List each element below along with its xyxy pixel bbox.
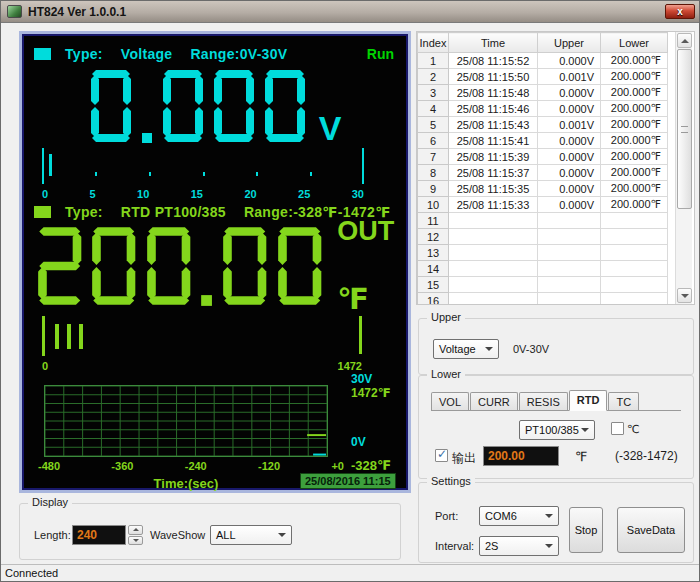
tab-tc[interactable]: TC <box>608 392 639 410</box>
lower-scale-min: 0 <box>42 360 48 372</box>
lower-value-bar <box>67 324 71 349</box>
stop-button[interactable]: Stop <box>569 507 603 553</box>
spin-down-icon[interactable] <box>128 536 143 546</box>
upper-sevenseg-value <box>89 68 307 144</box>
upper-range-value: 0V-30V <box>240 46 288 62</box>
dropdown-arrow-icon <box>581 428 589 436</box>
log-table-grid: Index Time Upper Lower 125/08 11:15:520.… <box>417 32 668 305</box>
scrollbar-thumb[interactable] <box>677 49 692 209</box>
tab-vol[interactable]: VOL <box>431 392 469 410</box>
table-row[interactable]: 925/08 11:15:350.000V200.000℉ <box>418 181 668 197</box>
lower-scale-marks <box>42 316 362 358</box>
table-row[interactable]: 725/08 11:15:390.000V200.000℉ <box>418 149 668 165</box>
lower-group: Lower VOL CURR RESIS RTD TC PT100/385 ℃ … <box>418 375 694 479</box>
tick-label: -480 <box>38 460 60 472</box>
table-cell: 12 <box>418 229 449 245</box>
table-cell: 2 <box>418 69 449 85</box>
table-row[interactable]: 625/08 11:15:410.000V200.000℉ <box>418 133 668 149</box>
col-header-index[interactable]: Index <box>418 33 449 53</box>
table-cell <box>601 293 668 306</box>
tab-resis[interactable]: RESIS <box>519 392 568 410</box>
celsius-checkbox[interactable] <box>611 422 624 435</box>
table-cell: 7 <box>418 149 449 165</box>
lower-tabs: VOL CURR RESIS RTD TC <box>431 390 681 411</box>
table-row[interactable]: 525/08 11:15:430.001V200.000℉ <box>418 117 668 133</box>
sensor-select[interactable]: PT100/385 <box>519 420 595 440</box>
table-cell <box>601 277 668 293</box>
col-header-lower[interactable]: Lower <box>601 33 668 53</box>
output-label: 输出 <box>452 450 476 467</box>
upper-value-bar <box>49 154 52 176</box>
timestamp-badge: 25/08/2016 11:15 <box>300 473 396 489</box>
table-cell: 0.000V <box>538 101 601 117</box>
sensor-value: PT100/385 <box>525 424 579 436</box>
table-cell: 0.000V <box>538 133 601 149</box>
table-cell <box>601 213 668 229</box>
table-row[interactable]: 425/08 11:15:460.000V200.000℉ <box>418 101 668 117</box>
scale-tick <box>42 148 44 184</box>
table-row[interactable]: 16 <box>418 293 668 306</box>
title-bar[interactable]: HT824 Ver 1.0.0.1 x <box>1 1 699 23</box>
table-cell <box>449 245 538 261</box>
tab-curr[interactable]: CURR <box>470 392 518 410</box>
table-row[interactable]: 225/08 11:15:500.001V200.000℉ <box>418 69 668 85</box>
scroll-up-icon[interactable] <box>677 33 692 48</box>
display-group-label: Display <box>28 496 72 508</box>
table-cell <box>538 277 601 293</box>
table-cell <box>538 261 601 277</box>
table-row[interactable]: 125/08 11:15:520.000V200.000℉ <box>418 53 668 69</box>
table-cell: 0.001V <box>538 69 601 85</box>
table-row[interactable]: 14 <box>418 261 668 277</box>
length-label: Length: <box>34 529 71 541</box>
waveshow-select[interactable]: ALL <box>210 525 292 545</box>
scroll-down-icon[interactable] <box>677 288 692 303</box>
settings-group-label: Settings <box>427 475 475 487</box>
table-cell: 200.000℉ <box>601 197 668 213</box>
graph-ymax-upper: 30V <box>351 372 372 386</box>
table-cell: 0.000V <box>538 53 601 69</box>
lower-group-label: Lower <box>427 368 465 380</box>
interval-select[interactable]: 2S <box>479 536 559 556</box>
lcd-display-panel: Type: Voltage Range:0V-30V Run V <box>19 31 411 493</box>
col-header-time[interactable]: Time <box>449 33 538 53</box>
table-cell: 25/08 11:15:46 <box>449 101 538 117</box>
upper-scale-labels: 051015202530 <box>42 188 364 200</box>
output-value-input[interactable]: 200.00 <box>483 446 559 466</box>
grid-lines <box>45 386 327 456</box>
close-button[interactable]: x <box>665 4 695 19</box>
lower-type-label: Type: <box>65 204 103 220</box>
table-cell: 14 <box>418 261 449 277</box>
length-input[interactable]: 240 <box>72 525 126 545</box>
output-checkbox[interactable] <box>435 449 448 462</box>
length-spinner[interactable] <box>128 525 143 545</box>
tick-label: 10 <box>137 188 149 200</box>
scale-dot <box>95 172 97 176</box>
table-cell: 25/08 11:15:41 <box>449 133 538 149</box>
table-scrollbar[interactable] <box>675 32 692 304</box>
upper-mode-select[interactable]: Voltage <box>433 339 499 359</box>
table-cell: 9 <box>418 181 449 197</box>
table-cell <box>449 229 538 245</box>
table-cell: 6 <box>418 133 449 149</box>
table-cell: 25/08 11:15:37 <box>449 165 538 181</box>
table-row[interactable]: 325/08 11:15:480.000V200.000℉ <box>418 85 668 101</box>
tab-rtd[interactable]: RTD <box>569 390 608 411</box>
table-row[interactable]: 825/08 11:15:370.000V200.000℉ <box>418 165 668 181</box>
table-cell <box>449 213 538 229</box>
table-row[interactable]: 1025/08 11:15:330.000V200.000℉ <box>418 197 668 213</box>
table-cell: 25/08 11:15:33 <box>449 197 538 213</box>
port-select[interactable]: COM6 <box>479 506 559 526</box>
table-row[interactable]: 13 <box>418 245 668 261</box>
col-header-upper[interactable]: Upper <box>538 33 601 53</box>
table-row[interactable]: 15 <box>418 277 668 293</box>
tick-label: 30 <box>352 188 364 200</box>
dropdown-arrow-icon <box>278 533 286 541</box>
lower-sevenseg-value <box>36 225 323 307</box>
table-row[interactable]: 12 <box>418 229 668 245</box>
table-cell: 200.000℉ <box>601 117 668 133</box>
table-cell: 0.000V <box>538 181 601 197</box>
savedata-button[interactable]: SaveData <box>617 507 685 553</box>
scale-tick <box>362 148 364 184</box>
spin-up-icon[interactable] <box>128 525 143 535</box>
table-row[interactable]: 11 <box>418 213 668 229</box>
